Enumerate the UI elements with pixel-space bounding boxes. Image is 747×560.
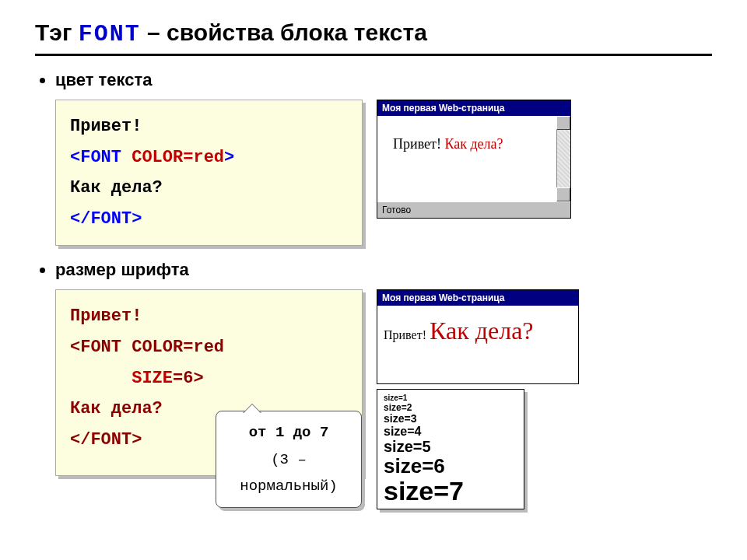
code-line: Привет! (70, 306, 142, 326)
code-line: Как дела? (70, 178, 163, 198)
size-sample: size=6 (384, 455, 517, 477)
preview-text: Привет! (384, 328, 430, 341)
code-attr: SIZE (132, 369, 173, 388)
code-line: > (224, 148, 234, 167)
code-line: </FONT> (70, 430, 142, 450)
callout-line2: (3 – нормальный) (230, 446, 347, 499)
code-color: Привет! <FONT COLOR=red> Как дела? </FON… (55, 100, 363, 246)
scrollbar[interactable] (556, 116, 570, 201)
code-line: Как дела? (70, 399, 163, 418)
size-sample: size=5 (384, 439, 517, 456)
code-indent (70, 369, 132, 388)
title-keyword: FONT (79, 21, 141, 47)
title-tag: Тэг (35, 19, 72, 45)
bullet-size-label: размер шрифта (55, 260, 189, 280)
preview-column: Моя первая Web-страница Привет! Как дела… (377, 289, 579, 509)
size-sample: size=3 (384, 413, 517, 425)
window-titlebar: Моя первая Web-страница (377, 100, 570, 116)
preview-text-red: Как дела? (444, 136, 503, 152)
slide-title: Тэг FONT – свойства блока текста (35, 19, 712, 56)
scroll-down-button[interactable] (556, 187, 570, 201)
window-client: Привет! Как дела? (377, 116, 570, 201)
callout: от 1 до 7 (3 – нормальный) (216, 411, 362, 508)
title-rest: – свойства блока текста (147, 19, 427, 45)
code-line: <FONT (70, 148, 132, 167)
window-titlebar: Моя первая Web-страница (377, 290, 578, 306)
bullet-size: размер шрифта Привет! <FONT COLOR=red SI… (55, 260, 712, 509)
code-line: </FONT> (70, 209, 142, 229)
code-line: <FONT COLOR=red (70, 338, 224, 357)
code-line: Привет! (70, 117, 142, 136)
bullet-color: цвет текста Привет! <FONT COLOR=red> Как… (55, 70, 712, 246)
size-sample: size=4 (384, 425, 517, 438)
code-attr: COLOR=red (132, 148, 224, 167)
callout-line1: от 1 до 7 (230, 419, 347, 446)
window-client: Привет! Как дела? (377, 306, 578, 383)
font-sizes-demo: size=1 size=2 size=3 size=4 size=5 size=… (377, 389, 524, 509)
preview-window-size: Моя первая Web-страница Привет! Как дела… (377, 289, 579, 384)
code-line: =6> (173, 369, 204, 388)
bullet-color-label: цвет текста (55, 70, 153, 90)
size-sample: size=7 (384, 477, 517, 506)
preview-text: Привет! (393, 136, 444, 152)
code-size: Привет! <FONT COLOR=red SIZE=6> Как дела… (55, 289, 363, 476)
scroll-up-button[interactable] (556, 116, 570, 130)
window-title: Моя первая Web-страница (382, 292, 573, 303)
preview-window-color: Моя первая Web-страница Привет! Как дела… (377, 100, 571, 219)
window-title: Моя первая Web-страница (382, 103, 566, 114)
window-statusbar: Готово (377, 201, 570, 218)
preview-text-big: Как дела? (430, 317, 534, 345)
